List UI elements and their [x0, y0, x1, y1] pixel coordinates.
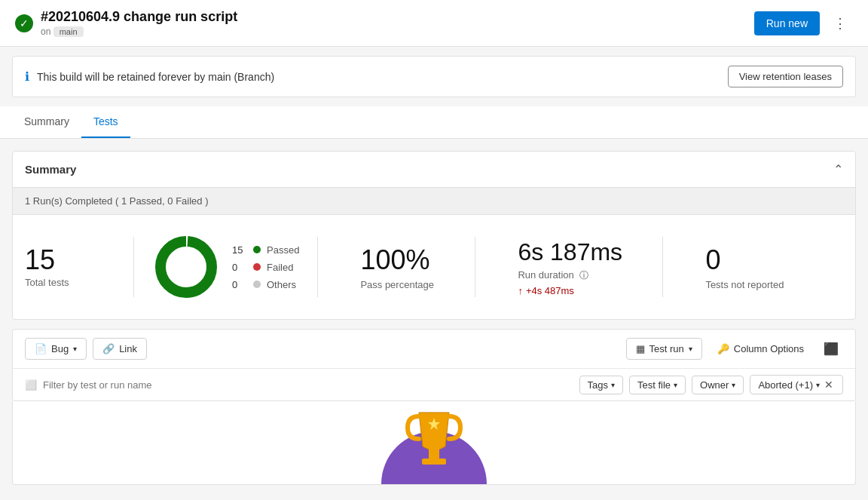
- passed-count: 15: [232, 244, 247, 256]
- column-options-button[interactable]: 🔑 Column Options: [708, 339, 813, 359]
- others-dot: [253, 281, 261, 288]
- tab-tests[interactable]: Tests: [81, 106, 130, 138]
- summary-card-header: Summary ⌃: [13, 152, 855, 188]
- bug-button[interactable]: 📄 Bug ▾: [25, 338, 87, 360]
- vertical-divider-4: [662, 237, 663, 297]
- page-header: ✓ #20210604.9 change run script on main …: [0, 0, 868, 47]
- svg-point-1: [168, 249, 204, 285]
- filter-icon-button[interactable]: ⬛: [819, 337, 843, 360]
- toolbar-bottom: ⬜ Tags ▾ Test file ▾ Owner ▾ Aborted (+1…: [13, 369, 855, 400]
- toolbar-top: 📄 Bug ▾ 🔗 Link ▦ Test run ▾ 🔑 Column Op: [13, 330, 855, 369]
- legend-failed: 0 Failed: [232, 262, 299, 273]
- run-duration-label: Run duration ⓘ: [518, 269, 644, 282]
- header-left: ✓ #20210604.9 change run script on main: [15, 9, 237, 37]
- summary-card: Summary ⌃ 1 Run(s) Completed ( 1 Passed,…: [12, 151, 856, 320]
- run-duration-number: 6s 187ms: [518, 238, 644, 266]
- test-file-chevron-icon: ▾: [674, 381, 677, 389]
- svg-rect-4: [422, 459, 446, 465]
- filter-chips: Tags ▾ Test file ▾ Owner ▾ Aborted (+1) …: [579, 375, 843, 394]
- vertical-divider-2: [317, 237, 318, 297]
- total-tests-number: 15: [25, 247, 115, 274]
- test-run-icon: ▦: [636, 343, 645, 354]
- summary-card-title: Summary: [25, 163, 76, 176]
- duration-delta: ↑ +4s 487ms: [518, 285, 644, 296]
- close-aborted-chip-button[interactable]: ✕: [823, 379, 835, 391]
- build-info: #20210604.9 change run script on main: [41, 9, 237, 37]
- filter-icon: ⬜: [25, 379, 37, 391]
- pass-pct-label: Pass percentage: [360, 279, 457, 290]
- failed-dot: [253, 263, 261, 271]
- retention-left: ℹ This build will be retained forever by…: [25, 69, 274, 84]
- stats-row: 15 Total tests: [13, 215, 855, 319]
- info-icon: ℹ: [25, 69, 29, 84]
- more-options-button[interactable]: ⋮: [827, 12, 853, 35]
- column-options-icon: 🔑: [717, 343, 729, 354]
- donut-chart: [152, 233, 220, 301]
- tabs-bar: Summary Tests: [0, 106, 868, 139]
- run-new-button[interactable]: Run new: [754, 11, 820, 35]
- arrow-up-icon: ↑: [518, 285, 523, 296]
- failed-label: Failed: [267, 262, 293, 273]
- tab-summary[interactable]: Summary: [12, 106, 81, 138]
- filter-input[interactable]: [43, 379, 194, 391]
- total-tests-label: Total tests: [25, 277, 115, 288]
- owner-chevron-icon: ▾: [732, 381, 735, 389]
- build-branch: on main: [41, 26, 237, 37]
- toolbar-left: 📄 Bug ▾ 🔗 Link: [25, 338, 153, 360]
- runs-completed-bar: 1 Run(s) Completed ( 1 Passed, 0 Failed …: [13, 188, 855, 215]
- stat-total-tests: 15 Total tests: [25, 247, 115, 288]
- bug-chevron-icon: ▾: [73, 345, 77, 353]
- bug-icon: 📄: [35, 343, 47, 354]
- link-button[interactable]: 🔗 Link: [93, 338, 147, 360]
- donut-legend: 15 Passed 0 Failed 0 Others: [232, 244, 299, 290]
- test-toolbar: 📄 Bug ▾ 🔗 Link ▦ Test run ▾ 🔑 Column Op: [12, 329, 856, 401]
- pass-pct-number: 100%: [360, 244, 457, 276]
- not-reported-number: 0: [705, 244, 784, 276]
- svg-rect-3: [429, 446, 439, 459]
- filter-search-area: ⬜: [25, 379, 194, 391]
- info-icon-duration: ⓘ: [579, 270, 588, 281]
- vertical-divider: [133, 237, 134, 297]
- link-icon: 🔗: [102, 343, 115, 354]
- passed-label: Passed: [267, 244, 299, 256]
- trophy-area: [12, 401, 856, 485]
- others-count: 0: [232, 279, 247, 290]
- build-title: #20210604.9 change run script: [41, 9, 237, 25]
- aborted-chevron-icon: ▾: [816, 381, 820, 389]
- branch-pill: main: [53, 26, 84, 37]
- legend-passed: 15 Passed: [232, 244, 299, 256]
- others-label: Others: [267, 279, 296, 290]
- stat-pass-percentage: 100% Pass percentage: [336, 244, 457, 290]
- status-icon: ✓: [15, 14, 33, 32]
- donut-section: 15 Passed 0 Failed 0 Others: [152, 233, 299, 301]
- vertical-divider-3: [475, 237, 475, 297]
- filter-funnel-icon: ⬛: [824, 342, 839, 355]
- retention-banner: ℹ This build will be retained forever by…: [12, 56, 856, 97]
- toolbar-right: ▦ Test run ▾ 🔑 Column Options ⬛: [626, 337, 843, 360]
- trophy-icon: [404, 409, 464, 477]
- not-reported-label: Tests not reported: [705, 279, 784, 290]
- passed-dot: [253, 246, 261, 253]
- owner-filter-button[interactable]: Owner ▾: [692, 376, 744, 394]
- test-run-chevron-icon: ▾: [689, 345, 692, 353]
- stat-run-duration: 6s 187ms Run duration ⓘ ↑ +4s 487ms: [494, 238, 644, 296]
- failed-count: 0: [232, 262, 247, 273]
- retention-message: This build will be retained forever by m…: [37, 71, 274, 83]
- view-retention-leases-button[interactable]: View retention leases: [728, 66, 843, 87]
- trophy-container: [381, 401, 487, 484]
- test-run-button[interactable]: ▦ Test run ▾: [626, 338, 702, 360]
- tags-chevron-icon: ▾: [611, 381, 615, 389]
- tags-filter-button[interactable]: Tags ▾: [579, 376, 623, 394]
- stat-not-reported: 0 Tests not reported: [681, 244, 784, 290]
- header-right: Run new ⋮: [754, 11, 853, 35]
- aborted-filter-chip: Aborted (+1) ▾ ✕: [750, 375, 843, 394]
- main-content: Summary ⌃ 1 Run(s) Completed ( 1 Passed,…: [0, 151, 868, 497]
- test-file-filter-button[interactable]: Test file ▾: [629, 376, 686, 394]
- legend-others: 0 Others: [232, 279, 299, 290]
- collapse-icon[interactable]: ⌃: [833, 162, 843, 176]
